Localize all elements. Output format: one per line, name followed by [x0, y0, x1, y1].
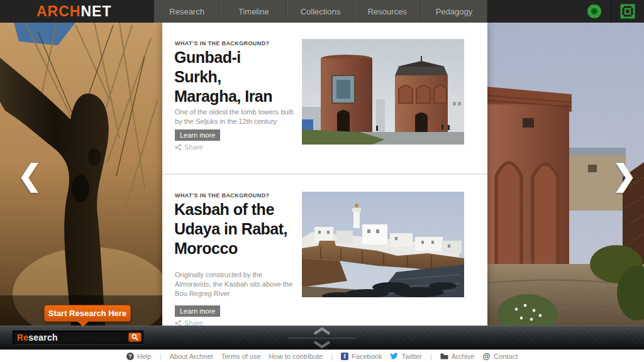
footer-contact-link[interactable]: @ Contact [482, 351, 518, 361]
header-icon-group [587, 0, 635, 23]
footer-archive-link[interactable]: Archive [440, 353, 475, 360]
feature-panel: WHAT'S IN THE BACKGROUND? Gunbad-i Surkh… [162, 23, 487, 326]
twitter-icon [390, 353, 398, 359]
footer-separator: | [331, 353, 333, 360]
footer-bar: ? Help | About Archnet Terms of use How … [0, 349, 644, 362]
scroll-up-icon[interactable] [314, 329, 330, 334]
footer-terms-link[interactable]: Terms of use [221, 353, 261, 360]
header-icon-separator [611, 0, 611, 23]
scroll-down-icon[interactable] [314, 342, 330, 347]
footer-help-link[interactable]: ? Help [126, 353, 152, 360]
article-kasbah-udaya: WHAT'S IN THE BACKGROUND? Kasbah of the … [162, 175, 487, 326]
article-description: One of the oldest the tomb towers built … [175, 107, 294, 126]
help-icon: ? [126, 353, 134, 360]
main-nav: Research Timeline Collections Resources … [154, 0, 487, 23]
footer-twitter-link[interactable]: Twitter [390, 353, 421, 360]
logo-arch: ARCH [36, 3, 80, 19]
nav-collections[interactable]: Collections [287, 0, 353, 23]
search-submit-button[interactable] [128, 332, 142, 342]
article-kicker: WHAT'S IN THE BACKGROUND? [175, 192, 269, 199]
footer-separator: | [160, 353, 162, 360]
nav-timeline[interactable]: Timeline [220, 0, 287, 23]
article-kicker: WHAT'S IN THE BACKGROUND? [175, 40, 269, 47]
archnet-homepage: { "header": { "logo_arch": "ARCH", "logo… [0, 0, 644, 362]
footer-contribute-link[interactable]: How to contribute [269, 353, 323, 360]
share-label: Share [184, 143, 203, 151]
rosette-icon[interactable] [587, 4, 602, 19]
share-button[interactable]: Share [175, 143, 203, 151]
footer-about-link[interactable]: About Archnet [170, 353, 213, 360]
learn-more-button[interactable]: Learn more [175, 129, 220, 141]
article-title: Gunbad-i Surkh, Maragha, Iran [174, 48, 289, 106]
nav-research[interactable]: Research [154, 0, 220, 23]
article-title: Kasbah of the Udaya in Rabat, Morocco [174, 200, 289, 258]
nav-pedagogy[interactable]: Pedagogy [421, 0, 487, 23]
start-research-tooltip[interactable]: Start Research Here [44, 305, 131, 322]
nav-resources[interactable]: Resources [354, 0, 421, 23]
share-icon [175, 144, 182, 151]
carousel-prev-icon[interactable]: ❮ [18, 161, 42, 190]
magnifier-icon [131, 334, 138, 341]
archive-folder-icon [440, 353, 448, 359]
logo-net: NET [80, 3, 111, 19]
frame-icon[interactable] [620, 4, 635, 19]
learn-more-button[interactable]: Learn more [175, 305, 220, 317]
article-image-maragha-towers[interactable] [302, 39, 464, 145]
search-input[interactable]: Research [13, 331, 143, 344]
article-image-kasbah-udaya[interactable] [302, 192, 464, 297]
footer-facebook-link[interactable]: f Facebook [341, 353, 382, 360]
carousel-pager [284, 326, 360, 349]
at-icon: @ [482, 351, 491, 361]
article-description: Originally constructed by the Almoravids… [175, 270, 294, 299]
footer-separator: | [430, 353, 432, 360]
archnet-logo[interactable]: ARCHNET [36, 3, 111, 20]
carousel-next-icon[interactable]: ❯ [612, 161, 636, 190]
search-query: Research [17, 332, 58, 343]
article-gunbad-i-surkh: WHAT'S IN THE BACKGROUND? Gunbad-i Surkh… [162, 23, 487, 173]
facebook-icon: f [341, 353, 348, 360]
top-navigation-bar: ARCHNET Research Timeline Collections Re… [0, 0, 644, 23]
